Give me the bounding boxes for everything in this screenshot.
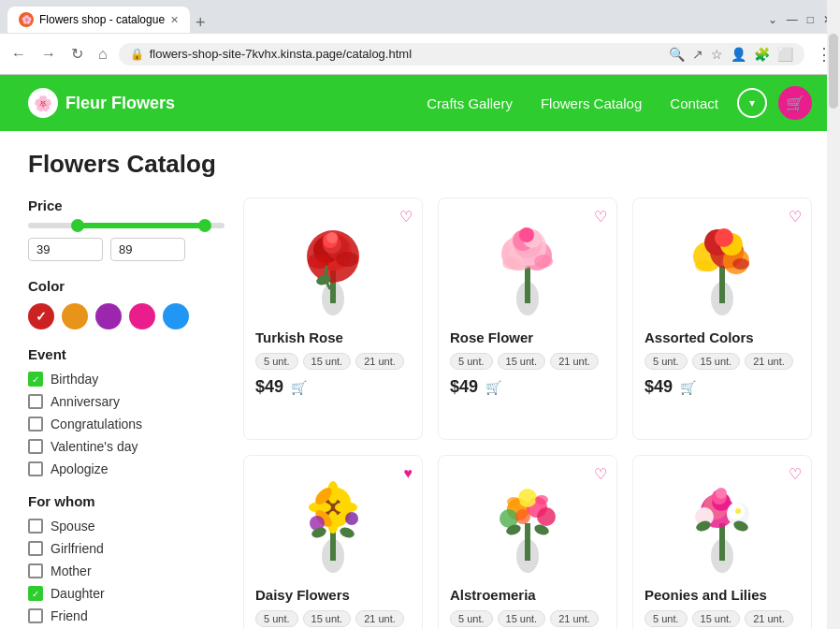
reload-button[interactable]: ↻ [67,43,87,65]
svg-point-10 [336,252,358,267]
nav-flowers-catalog[interactable]: Flowers Catalog [541,95,642,111]
forwhom-spouse-checkbox[interactable] [28,519,43,534]
unit-badge-21[interactable]: 21 unt. [355,610,404,627]
forwhom-mother-checkbox[interactable] [28,563,43,578]
unit-badge-5[interactable]: 5 unt. [644,353,688,370]
event-label: Event [28,346,224,362]
share-icon[interactable]: ↗ [692,47,703,62]
unit-badge-5[interactable]: 5 unt. [255,610,298,627]
nav-crafts-gallery[interactable]: Crafts Gallery [427,95,513,111]
unit-badge-15[interactable]: 15 unt. [498,610,546,627]
home-button[interactable]: ⌂ [94,44,111,65]
color-swatch-blue[interactable] [163,303,189,329]
nav-dropdown-button[interactable]: ▾ [737,88,767,118]
product-card-turkish-rose: ♡ [243,197,423,440]
event-valentines-checkbox[interactable] [28,439,43,454]
forwhom-mother-label: Mother [51,563,92,578]
price-max-input[interactable] [110,238,185,261]
window-chevron-icon[interactable]: ⌄ [768,13,777,26]
unit-badge-5[interactable]: 5 unt. [255,353,298,370]
product-heart-turkish-rose[interactable]: ♡ [399,208,413,226]
product-name-peonies-lilies: Peonies and Lilies [644,587,800,603]
color-swatch-purple[interactable] [95,303,122,329]
unit-badge-15[interactable]: 15 unt. [692,610,741,627]
new-tab-button[interactable]: + [196,13,206,33]
product-units-daisy-flowers: 5 unt. 15 unt. 21 unt. [255,610,411,627]
profile-icon[interactable]: 👤 [731,47,746,62]
product-units-rose-flower: 5 unt. 15 unt. 21 unt. [450,353,605,370]
nav-contact[interactable]: Contact [670,95,718,111]
event-valentines[interactable]: Valentine's day [28,439,224,454]
tab-title: Flowers shop - catalogue [39,13,165,26]
search-icon[interactable]: 🔍 [669,47,685,62]
event-birthday-checkbox[interactable]: ✓ [28,372,43,387]
forwhom-girlfriend[interactable]: Girlfriend [28,541,224,556]
address-box[interactable]: 🔒 flowers-shop-site-7kvhx.kinsta.page/ca… [119,43,804,66]
add-to-cart-icon[interactable]: 🛒 [485,380,501,395]
price-min-input[interactable] [28,238,103,261]
unit-badge-15[interactable]: 15 unt. [692,353,741,370]
forwhom-spouse[interactable]: Spouse [28,519,224,534]
nav-logo[interactable]: 🌸 Fleur Flowers [28,88,175,118]
forwhom-friend[interactable]: Friend [28,608,224,623]
unit-badge-15[interactable]: 15 unt. [303,353,352,370]
unit-badge-15[interactable]: 15 unt. [303,610,352,627]
nav-cart-button[interactable]: 🛒 [778,86,812,120]
svg-point-57 [535,495,548,505]
price-thumb-min[interactable] [71,219,84,232]
svg-point-54 [537,507,556,526]
forwhom-daughter[interactable]: ✓ Daughter [28,586,224,601]
color-swatch-orange[interactable] [62,303,88,329]
unit-badge-21[interactable]: 21 unt. [745,353,793,370]
cast-icon[interactable]: ⬜ [777,47,793,62]
add-to-cart-icon[interactable]: 🛒 [291,380,307,395]
tab-close-button[interactable]: ✕ [170,14,179,26]
forwhom-spouse-label: Spouse [51,519,94,534]
website: 🌸 Fleur Flowers Crafts Gallery Flowers C… [0,75,840,629]
forwhom-daughter-checkbox[interactable]: ✓ [28,586,43,601]
color-swatch-pink[interactable] [129,303,155,329]
unit-badge-5[interactable]: 5 unt. [644,610,688,627]
color-filter: Color [28,278,224,329]
product-card-daisy-flowers: ♥ [243,455,423,629]
back-button[interactable]: ← [7,44,30,65]
active-tab[interactable]: 🌸 Flowers shop - catalogue ✕ [7,7,190,33]
product-heart-rose-flower[interactable]: ♡ [594,208,607,226]
scrollbar-thumb[interactable] [829,34,838,109]
scrollbar[interactable] [827,0,840,629]
unit-badge-21[interactable]: 21 unt. [550,610,599,627]
color-swatch-red[interactable] [28,303,54,329]
price-value: $49 [255,377,283,397]
unit-badge-21[interactable]: 21 unt. [745,610,793,627]
product-heart-alstroemeria[interactable]: ♡ [594,465,607,483]
unit-badge-5[interactable]: 5 unt. [450,610,493,627]
event-anniversary-checkbox[interactable] [28,394,43,409]
unit-badge-5[interactable]: 5 unt. [450,353,493,370]
window-maximize-button[interactable]: □ [807,13,814,26]
bookmark-icon[interactable]: ☆ [711,47,723,62]
forward-button[interactable]: → [37,44,60,65]
product-heart-peonies-lilies[interactable]: ♡ [789,465,802,483]
product-heart-assorted-colors[interactable]: ♡ [789,208,802,226]
svg-point-47 [339,526,355,540]
forwhom-girlfriend-checkbox[interactable] [28,541,43,556]
event-apologize-checkbox[interactable] [28,461,43,476]
unit-badge-21[interactable]: 21 unt. [355,353,404,370]
unit-badge-21[interactable]: 21 unt. [550,353,599,370]
svg-point-56 [507,497,520,506]
forwhom-friend-checkbox[interactable] [28,608,43,623]
unit-badge-15[interactable]: 15 unt. [498,353,546,370]
event-birthday[interactable]: ✓ Birthday [28,372,224,387]
extension-icon[interactable]: 🧩 [754,47,770,62]
price-slider-track[interactable] [28,223,224,228]
event-anniversary[interactable]: Anniversary [28,394,224,409]
window-minimize-button[interactable]: — [787,13,798,26]
event-congratulations[interactable]: Congratulations [28,417,224,432]
forwhom-mother[interactable]: Mother [28,563,224,578]
product-heart-daisy-flowers[interactable]: ♥ [404,465,413,482]
event-apologize[interactable]: Apologize [28,461,224,476]
add-to-cart-icon[interactable]: 🛒 [680,380,696,395]
event-filter: Event ✓ Birthday Anniversary Congratulat… [28,346,224,476]
price-thumb-max[interactable] [198,219,211,232]
event-congratulations-checkbox[interactable] [28,417,43,432]
